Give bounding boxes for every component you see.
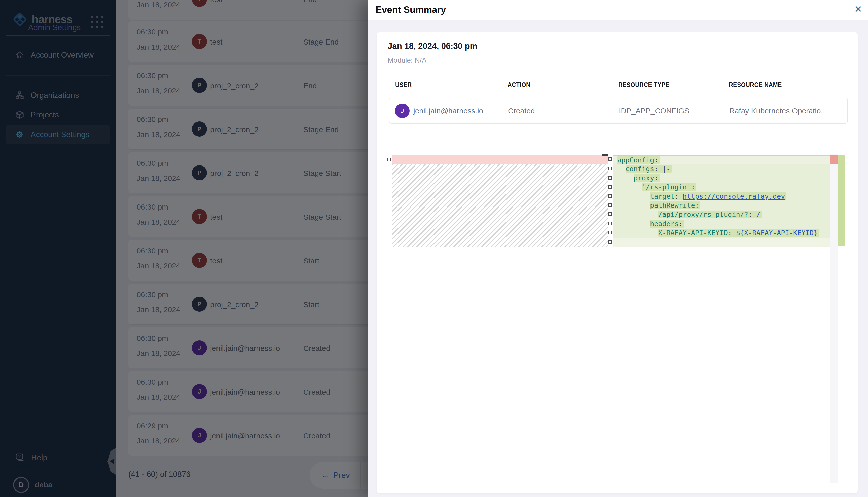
diff-change-marker — [608, 167, 612, 170]
column-header-resource-name: RESOURCE NAME — [729, 82, 782, 88]
diff-change-marker — [608, 231, 612, 235]
yaml-token: : — [654, 165, 662, 172]
diff-modified-glyph-margin — [608, 154, 614, 483]
event-card: Jan 18, 2024, 06:30 pm Module: N/A USER … — [377, 32, 858, 494]
event-summary-drawer: Event Summary × Jan 18, 2024, 06:30 pm M… — [368, 0, 868, 497]
diff-added-line: headers: — [614, 219, 830, 228]
diff-inline-added: proxy: — [634, 174, 660, 182]
yaml-token: configs — [625, 165, 654, 172]
yaml-token: : — [654, 156, 658, 164]
overview-added-marker — [838, 155, 845, 246]
diff-inline-added: target: https://console.rafay.dev — [650, 193, 786, 200]
diff-inline-added: configs: |- — [625, 165, 672, 172]
diff-added-line: X-RAFAY-API-KEYID: ${X-RAFAY-API-KEYID} — [614, 228, 830, 238]
yaml-token: ${X-RAFAY-API-KEYID} — [736, 229, 818, 237]
diff-change-marker — [608, 194, 612, 198]
yaml-token: |- — [662, 165, 671, 172]
column-header-resource-type: RESOURCE TYPE — [618, 82, 670, 88]
close-icon[interactable]: × — [855, 2, 862, 16]
yaml-token: proxy — [634, 174, 654, 182]
yaml-token: : — [748, 211, 757, 218]
drawer-header: Event Summary × — [368, 0, 868, 20]
app-root: harness Admin Settings Account Overview … — [0, 0, 868, 497]
drawer-title: Event Summary — [376, 4, 446, 15]
event-resource-name: Rafay Kubernetes Operatio... — [729, 106, 827, 115]
overview-removed-marker — [830, 155, 838, 165]
yaml-token: /api/proxy/rs-plugin/? — [658, 211, 748, 218]
diff-added-line: appConfig: — [614, 155, 830, 164]
diff-inline-added: /api/proxy/rs-plugin/?: / — [658, 211, 762, 218]
avatar: J — [395, 104, 410, 118]
column-header-action: ACTION — [508, 82, 531, 88]
diff-modified-pane: appConfig: configs: |- proxy: '/rs-plugi… — [614, 154, 830, 483]
diff-scrollbar-track[interactable] — [830, 154, 838, 483]
event-table-row: J jenil.jain@harness.io Created IDP_APP_… — [389, 98, 848, 124]
diff-change-marker — [608, 212, 612, 216]
diff-original-scroll-marker — [602, 154, 608, 156]
diff-added-line: proxy: — [614, 173, 830, 183]
yaml-token: / — [757, 211, 760, 218]
yaml-token: : — [728, 229, 736, 237]
event-action: Created — [508, 106, 535, 115]
event-datetime: Jan 18, 2024, 06:30 pm — [388, 41, 477, 51]
diff-added-line: '/rs-plugin': — [614, 183, 830, 191]
yaml-token: : — [654, 174, 658, 182]
diff-change-marker — [608, 185, 612, 189]
yaml-token: '/rs-plugin' — [642, 183, 691, 191]
diff-original-pane — [392, 154, 608, 483]
yaml-token: pathRewrite — [650, 201, 695, 209]
event-module: Module: N/A — [388, 56, 426, 65]
diff-sash[interactable] — [602, 247, 603, 483]
yaml-token: : — [679, 220, 683, 228]
yaml-token: headers — [650, 220, 679, 228]
diff-added-line: configs: |- — [614, 164, 830, 173]
diff-inline-added: headers: — [650, 220, 684, 228]
diff-added-line: /api/proxy/rs-plugin/?: / — [614, 210, 830, 219]
diff-change-marker — [608, 203, 612, 207]
yaml-token: : — [691, 183, 695, 191]
event-resource-type: IDP_APP_CONFIGS — [619, 106, 689, 115]
yaml-diff-editor: appConfig: configs: |- proxy: '/rs-plugi… — [387, 154, 845, 483]
diff-inline-added: appConfig: — [617, 156, 660, 164]
diff-change-marker — [608, 240, 612, 244]
yaml-token: target — [650, 193, 675, 200]
diff-inline-added: X-RAFAY-API-KEYID: ${X-RAFAY-API-KEYID} — [658, 229, 819, 237]
yaml-token: : — [675, 193, 683, 200]
diff-change-marker — [608, 222, 612, 225]
yaml-token: : — [695, 201, 699, 209]
diff-removed-line — [392, 155, 608, 165]
diff-change-marker — [387, 158, 391, 161]
column-header-user: USER — [395, 82, 412, 88]
diff-inline-added: '/rs-plugin': — [642, 183, 696, 191]
diff-change-marker — [608, 157, 612, 161]
yaml-link[interactable]: https://console.rafay.dev — [683, 193, 785, 200]
diff-added-line — [614, 238, 830, 247]
event-user: jenil.jain@harness.io — [413, 106, 483, 115]
yaml-token: X-RAFAY-API-KEYID — [658, 229, 728, 237]
diff-empty-hatch — [392, 165, 608, 247]
diff-original-glyph-margin — [387, 154, 392, 483]
diff-change-marker — [608, 176, 612, 180]
diff-added-line: pathRewrite: — [614, 201, 830, 210]
diff-inline-added: pathRewrite: — [650, 201, 700, 209]
diff-added-line: target: https://console.rafay.dev — [614, 192, 830, 201]
yaml-token: appConfig — [617, 156, 654, 164]
